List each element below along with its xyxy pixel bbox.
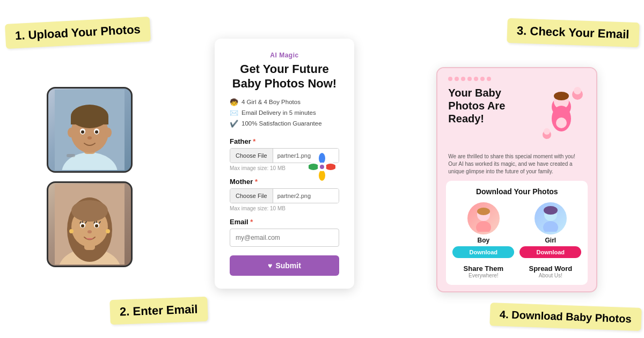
- mother-file-input[interactable]: Choose File partner2.png: [230, 188, 339, 203]
- father-label: Father *: [230, 137, 339, 145]
- features-list: 🧒 4 Girl & 4 Boy Photos ✉️ Email Deliver…: [230, 98, 339, 128]
- girl-boy-icon: 🧒: [230, 98, 238, 106]
- email-card-body: Your Baby Photos Are Ready!: [437, 86, 596, 153]
- svg-point-23: [87, 230, 92, 233]
- spread-title: Spread Word: [519, 264, 581, 273]
- boy-photo-item: Boy Download: [452, 202, 514, 258]
- step-4-text: 4. Download Baby Photos: [500, 308, 632, 325]
- feature-3: ✔️ 100% Satisfaction Guarantee: [230, 120, 339, 128]
- svg-point-30: [319, 170, 325, 181]
- feature-1: 🧒 4 Girl & 4 Boy Photos: [230, 98, 339, 106]
- submit-label: Submit: [275, 261, 301, 270]
- step-2-label: 2. Enter Email: [109, 297, 208, 325]
- dot-7: [487, 77, 491, 81]
- svg-point-22: [95, 224, 98, 227]
- share-item: Share Them Everywhere!: [452, 264, 514, 278]
- mother-choose-file-btn[interactable]: Choose File: [230, 189, 273, 203]
- svg-point-44: [476, 221, 491, 232]
- heart-icon: ♥: [268, 261, 272, 270]
- dot-2: [455, 77, 459, 81]
- svg-point-40: [556, 117, 567, 128]
- boy-avatar: [467, 202, 500, 234]
- ai-magic-label: AI Magic: [230, 52, 339, 59]
- baby-photos-row: Boy Download Girl Downl: [452, 202, 581, 258]
- email-illustration: [537, 86, 586, 148]
- email-input[interactable]: [230, 229, 339, 247]
- svg-point-33: [320, 165, 324, 169]
- email-card-header: [437, 68, 596, 86]
- father-required: *: [253, 137, 255, 145]
- download-section: Download Your Photos Boy Download: [446, 181, 588, 285]
- share-row: Share Them Everywhere! Spread Word About…: [452, 264, 581, 278]
- email-required: *: [250, 218, 253, 226]
- email-card: Your Baby Photos Are Ready!: [436, 67, 597, 292]
- email-field: Email *: [230, 218, 339, 255]
- girl-avatar: [535, 202, 567, 234]
- email-label: Email *: [230, 218, 339, 226]
- svg-point-25: [106, 229, 110, 233]
- svg-point-38: [554, 92, 569, 100]
- svg-point-28: [319, 153, 325, 164]
- svg-rect-13: [67, 154, 75, 157]
- upload-photos-section: [47, 87, 133, 267]
- page-wrapper: 1. Upload Your Photos 2. Enter Email 3. …: [0, 0, 644, 338]
- father-choose-file-btn[interactable]: Choose File: [230, 149, 273, 163]
- svg-point-9: [95, 130, 98, 134]
- dot-4: [467, 77, 472, 81]
- mother-max-size: Max image size: 10 MB: [230, 205, 339, 211]
- father-photo-frame: [47, 87, 133, 173]
- svg-point-12: [105, 128, 112, 137]
- mother-photo-svg: [55, 184, 125, 264]
- mother-file-name: partner2.png: [273, 189, 339, 203]
- svg-point-10: [87, 136, 92, 139]
- check-icon: ✔️: [230, 120, 238, 128]
- dot-6: [480, 77, 485, 81]
- mother-required: *: [255, 178, 258, 186]
- svg-point-18: [71, 200, 108, 222]
- dot-3: [461, 77, 465, 81]
- svg-point-42: [544, 128, 550, 135]
- boy-download-button[interactable]: Download: [452, 246, 514, 258]
- step-4-label: 4. Download Baby Photos: [490, 303, 642, 331]
- share-sub: Everywhere!: [452, 273, 514, 278]
- share-title: Share Them: [452, 264, 514, 273]
- svg-point-45: [477, 208, 490, 215]
- girl-label: Girl: [519, 237, 581, 244]
- email-preview-title: Your Baby Photos Are Ready!: [448, 86, 532, 125]
- step-1-label: 1. Upload Your Photos: [5, 17, 151, 49]
- girl-photo-item: Girl Download: [519, 202, 581, 258]
- svg-point-20: [81, 224, 84, 227]
- ai-connector-icon: [309, 152, 335, 186]
- dot-1: [448, 77, 452, 81]
- svg-rect-5: [71, 116, 108, 124]
- svg-point-11: [68, 128, 74, 137]
- spread-sub: About Us!: [519, 273, 581, 278]
- spread-item: Spread Word About Us!: [519, 264, 581, 278]
- email-icon: ✉️: [230, 109, 238, 117]
- feature-2: ✉️ Email Delivery in 5 minutes: [230, 109, 339, 117]
- form-title: Get Your Future Baby Photos Now!: [230, 62, 339, 91]
- svg-point-24: [69, 229, 74, 233]
- step-3-label: 3. Check Your Email: [507, 18, 639, 48]
- download-title: Download Your Photos: [452, 187, 581, 196]
- svg-point-7: [81, 130, 84, 134]
- svg-rect-26: [84, 241, 95, 250]
- father-photo-svg: [55, 90, 125, 170]
- girl-download-button[interactable]: Download: [519, 246, 581, 258]
- step-1-text: 1. Upload Your Photos: [14, 23, 141, 42]
- step-2-text: 2. Enter Email: [120, 302, 198, 318]
- step-3-text: 3. Check Your Email: [516, 24, 629, 41]
- svg-point-35: [574, 87, 581, 94]
- dot-5: [474, 77, 478, 81]
- svg-point-48: [544, 206, 558, 215]
- boy-label: Boy: [452, 237, 514, 244]
- email-preview-section: Your Baby Photos Are Ready!: [436, 67, 597, 292]
- submit-button[interactable]: ♥ Submit: [230, 255, 339, 276]
- email-body-text: We are thrilled to share this special mo…: [437, 153, 596, 181]
- svg-point-47: [543, 221, 558, 232]
- mother-photo-frame: [47, 181, 133, 267]
